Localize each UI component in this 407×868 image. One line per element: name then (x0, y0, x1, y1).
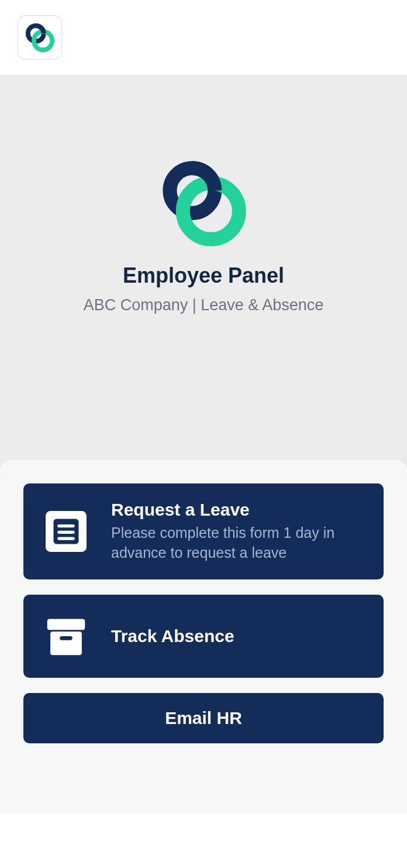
svg-rect-11 (60, 636, 73, 640)
track-absence-title: Track Absence (111, 626, 366, 646)
request-leave-title: Request a Leave (111, 500, 366, 520)
hero-section: Employee Panel ABC Company | Leave & Abs… (0, 75, 407, 468)
form-icon (41, 506, 91, 557)
archive-icon (41, 611, 91, 661)
svg-rect-7 (57, 530, 75, 533)
request-leave-description: Please complete this form 1 day in advan… (111, 523, 366, 563)
request-leave-card[interactable]: Request a Leave Please complete this for… (23, 483, 384, 579)
svg-rect-10 (50, 631, 82, 654)
svg-rect-6 (57, 524, 75, 527)
interlocking-rings-icon (23, 21, 56, 54)
svg-rect-8 (57, 537, 75, 540)
topbar (0, 0, 407, 75)
email-hr-label: Email HR (165, 708, 242, 728)
email-hr-button[interactable]: Email HR (23, 693, 384, 743)
page-title: Employee Panel (123, 263, 284, 288)
svg-rect-9 (47, 619, 85, 630)
actions-panel: Request a Leave Please complete this for… (0, 460, 407, 814)
interlocking-rings-icon (157, 157, 250, 251)
request-leave-text: Request a Leave Please complete this for… (111, 500, 366, 563)
page-subtitle: ABC Company | Leave & Absence (84, 296, 324, 314)
app-logo-large (157, 157, 250, 251)
app-logo-small[interactable] (18, 15, 62, 60)
track-absence-text: Track Absence (111, 626, 366, 646)
track-absence-card[interactable]: Track Absence (23, 595, 384, 678)
